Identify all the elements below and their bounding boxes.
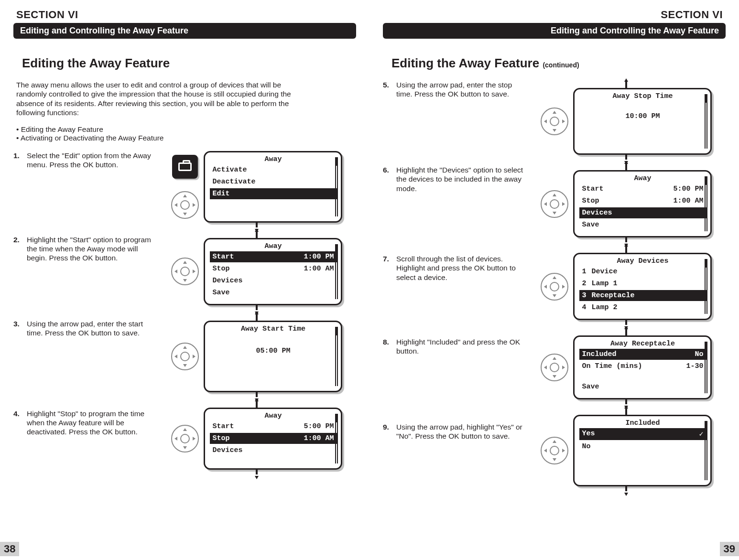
screen6-l2b: 1:00 AM <box>673 197 703 205</box>
dpad-icon <box>171 343 199 370</box>
step3-num: 3. <box>13 319 24 399</box>
step7-text: Scroll through the list of devices. High… <box>396 254 526 328</box>
screen4-l1b: 5:00 PM <box>304 422 334 431</box>
screen5-title: Away Stop Time <box>579 92 706 100</box>
screen1-title: Away <box>210 155 337 163</box>
dpad-icon <box>541 354 568 381</box>
screen6-l1a: Start <box>582 185 604 193</box>
screen4-l3: Devices <box>213 446 243 454</box>
page-title-right: Editing the Away Feature (continued) <box>391 56 726 71</box>
screen8-l2a: On Time (mins) <box>582 362 642 370</box>
bullet-1: • Editing the Away Feature <box>16 125 356 134</box>
screen7-title: Away Devices <box>579 257 706 265</box>
screen1-opt3: Edit <box>213 190 230 198</box>
step3-text: Using the arrow pad, enter the start tim… <box>27 319 157 399</box>
screen2-l3: Devices <box>213 277 243 285</box>
step2-text: Highlight the "Start" option to program … <box>27 235 157 310</box>
screen8-title: Away Receptacle <box>579 340 706 348</box>
screen6-l2a: Stop <box>582 197 599 205</box>
screen4-l2a: Stop <box>213 434 230 442</box>
step8-text: Highlight "Included" and press the OK bu… <box>396 337 526 413</box>
step7-num: 7. <box>383 254 393 328</box>
step6-text: Highlight the "Devices" option to select… <box>396 165 526 245</box>
screen-away-stop: Away Start5:00 PM Stop1:00 AM Devices <box>204 408 342 470</box>
step4-num: 4. <box>13 409 24 437</box>
idx1: 1 <box>582 268 592 276</box>
dpad-icon <box>541 190 568 218</box>
step1-text: Select the "Edit" option from the Away m… <box>27 151 157 226</box>
screen8-l2b: 1-30 <box>686 362 703 370</box>
dpad-icon <box>541 437 568 464</box>
screen2-l2a: Stop <box>213 265 230 273</box>
dev2: Lamp 1 <box>592 280 704 288</box>
screen2-title: Away <box>210 242 337 250</box>
screen-away-menu: Away Activate Deactivate Edit <box>204 151 342 223</box>
dev4: Lamp 2 <box>592 303 704 312</box>
screen-device-list: Away Devices 1Device 2Lamp 1 3Receptacle… <box>573 253 712 320</box>
screen9-o1: Yes <box>582 430 595 439</box>
step4-text: Highlight "Stop" to program the time whe… <box>27 409 157 437</box>
screen8-l1a: Included <box>582 350 617 358</box>
screen3-title: Away Start Time <box>210 325 337 333</box>
screen4-l1a: Start <box>213 422 234 431</box>
screen-stop-time: Away Stop Time 10:00 PM <box>573 88 712 155</box>
screen8-l3: Save <box>582 383 599 391</box>
screen6-l4: Save <box>582 221 599 229</box>
screen2-l1b: 1:00 PM <box>304 253 334 261</box>
screen6-l3: Devices <box>582 209 612 217</box>
screen5-val: 10:00 PM <box>625 112 660 120</box>
step1-num: 1. <box>13 151 24 226</box>
step5-num: 5. <box>383 80 393 156</box>
screen3-val: 05:00 PM <box>256 347 290 355</box>
section-label-right: SECTION VI <box>386 9 723 21</box>
dev3: Receptacle <box>592 291 704 300</box>
screen-receptacle: Away Receptacle IncludedNo On Time (mins… <box>573 335 712 399</box>
screen1-opt2: Deactivate <box>213 178 256 186</box>
page-number-left: 38 <box>0 542 19 556</box>
screen8-l1b: No <box>695 350 703 358</box>
idx2: 2 <box>582 280 592 288</box>
step5-text: Using the arrow pad, enter the stop time… <box>396 80 526 156</box>
screen2-l2b: 1:00 AM <box>304 265 334 273</box>
dpad-icon <box>541 108 568 135</box>
screen-away-devices-menu: Away Start5:00 PM Stop1:00 AM Devices Sa… <box>573 170 712 237</box>
step2-num: 2. <box>13 235 24 310</box>
screen2-l4: Save <box>213 289 230 297</box>
step9-text: Using the arrow pad, highlight "Yes" or … <box>396 422 526 441</box>
header-bar-right: Editing and Controlling the Away Feature <box>383 23 726 39</box>
dpad-icon <box>541 273 568 301</box>
step9-num: 9. <box>383 422 393 441</box>
idx3: 3 <box>582 291 592 300</box>
screen2-l1a: Start <box>213 253 234 261</box>
screen6-title: Away <box>579 174 706 183</box>
dev1: Device <box>592 268 704 276</box>
screen9-o2: No <box>582 442 591 451</box>
step8-num: 8. <box>383 337 393 413</box>
page-number-right: 39 <box>720 542 739 556</box>
screen4-title: Away <box>210 412 337 420</box>
step6-num: 6. <box>383 165 393 245</box>
bullet-2: • Activating or Deactivating the Away Fe… <box>16 134 356 142</box>
intro-text: The away menu allows the user to edit an… <box>16 80 293 118</box>
dpad-icon <box>171 425 199 452</box>
dpad-icon <box>171 191 199 219</box>
screen6-l1b: 5:00 PM <box>673 185 703 193</box>
screen1-opt1: Activate <box>213 166 247 174</box>
section-label-left: SECTION VI <box>16 9 356 21</box>
screen9-title: Included <box>579 419 706 427</box>
idx4: 4 <box>582 303 592 312</box>
page-title-left: Editing the Away Feature <box>22 56 356 71</box>
screen4-l2b: 1:00 AM <box>304 434 334 442</box>
screen-start-time: Away Start Time 05:00 PM <box>204 321 342 392</box>
dpad-icon <box>171 258 199 285</box>
header-bar-left: Editing and Controlling the Away Feature <box>13 23 356 39</box>
briefcase-icon <box>172 155 198 179</box>
screen-included: Included Yes No <box>573 415 712 486</box>
screen-away-start: Away Start1:00 PM Stop1:00 AM Devices Sa… <box>204 238 342 305</box>
